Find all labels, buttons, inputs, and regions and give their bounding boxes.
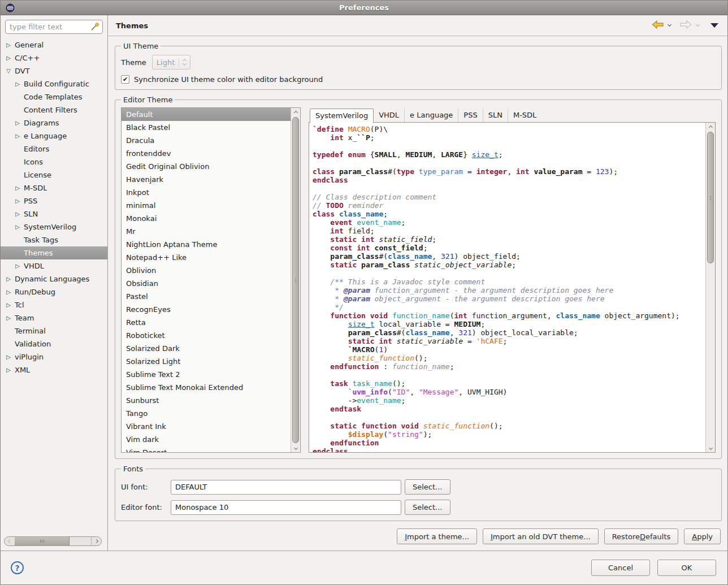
theme-item-sublime-text-2[interactable]: Sublime Text 2 [122, 368, 291, 381]
scroll-right-icon[interactable] [91, 537, 101, 545]
sidebar-item-editors[interactable]: Editors [1, 142, 107, 155]
filter-input[interactable] [5, 20, 103, 34]
expander-collapsed-icon[interactable]: ▷ [13, 198, 22, 204]
sidebar-item-sln[interactable]: ▷SLN [1, 207, 107, 220]
tree-hscroll-track[interactable] [15, 537, 91, 545]
theme-item-pastel[interactable]: Pastel [122, 290, 291, 303]
tab-e-language[interactable]: e Language [405, 109, 458, 122]
sidebar-item-build-configuratic[interactable]: ▷Build Configuratic [1, 77, 107, 90]
theme-item-nightlion-aptana-theme[interactable]: NightLion Aptana Theme [122, 238, 291, 251]
apply-button[interactable]: Apply [684, 528, 721, 544]
scroll-up-icon[interactable] [291, 108, 300, 117]
sidebar-item-diagrams[interactable]: ▷Diagrams [1, 116, 107, 129]
scroll-down-icon[interactable] [706, 443, 715, 452]
expander-collapsed-icon[interactable]: ▷ [4, 315, 13, 321]
ui-theme-select[interactable]: Light [152, 55, 190, 70]
theme-item-oblivion[interactable]: Oblivion [122, 264, 291, 277]
tree-hscroll-thumb[interactable] [15, 537, 70, 545]
sidebar-item-viplugin[interactable]: ▷viPlugin [1, 350, 107, 363]
cancel-button[interactable]: Cancel [591, 560, 650, 576]
code-preview-scrollbar[interactable] [705, 123, 715, 452]
sidebar-item-dynamic-languages[interactable]: ▷Dynamic Languages [1, 272, 107, 285]
sidebar-item-code-templates[interactable]: Code Templates [1, 90, 107, 103]
editor-font-field[interactable] [171, 500, 401, 515]
import-theme-button[interactable]: Import a theme... [397, 528, 477, 544]
ok-button[interactable]: OK [657, 560, 716, 576]
theme-item-black-pastel[interactable]: Black Pastel [122, 121, 291, 134]
expander-collapsed-icon[interactable]: ▷ [13, 224, 22, 230]
code-scroll-thumb[interactable] [707, 132, 714, 263]
theme-item-minimal[interactable]: minimal [122, 199, 291, 212]
expander-expanded-icon[interactable]: ▽ [4, 68, 13, 74]
sidebar-item-license[interactable]: License [1, 168, 107, 181]
theme-item-havenjark[interactable]: Havenjark [122, 173, 291, 186]
theme-list-scrollbar[interactable] [291, 108, 300, 452]
sidebar-item-tcl[interactable]: ▷Tcl [1, 298, 107, 311]
theme-item-inkpot[interactable]: Inkpot [122, 186, 291, 199]
tab-m-sdl[interactable]: M-SDL [508, 109, 541, 122]
sidebar-item-run-debug[interactable]: ▷Run/Debug [1, 285, 107, 298]
tab-vhdl[interactable]: VHDL [374, 109, 405, 122]
theme-item-frontenddev[interactable]: frontenddev [122, 147, 291, 160]
theme-item-notepad-like[interactable]: Notepad++ Like [122, 251, 291, 264]
scroll-down-icon[interactable] [291, 443, 300, 452]
tab-pss[interactable]: PSS [458, 109, 483, 122]
back-arrow-icon[interactable] [652, 20, 664, 31]
tab-sln[interactable]: SLN [483, 109, 508, 122]
expander-collapsed-icon[interactable]: ▷ [13, 185, 22, 191]
ui-font-select-button[interactable]: Select... [405, 479, 450, 495]
expander-collapsed-icon[interactable]: ▷ [4, 354, 13, 360]
sidebar-item-task-tags[interactable]: Task Tags [1, 233, 107, 246]
sidebar-item-vhdl[interactable]: ▷VHDL [1, 259, 107, 272]
expander-collapsed-icon[interactable]: ▷ [4, 42, 13, 48]
theme-item-vim-dark[interactable]: Vim dark [122, 433, 291, 446]
view-menu-triangle-icon[interactable] [710, 23, 718, 28]
restore-defaults-button[interactable]: Restore Defaults [604, 528, 679, 544]
expander-collapsed-icon[interactable]: ▷ [13, 133, 22, 139]
theme-item-tango[interactable]: Tango [122, 407, 291, 420]
sidebar-item-team[interactable]: ▷Team [1, 311, 107, 324]
sidebar-item-m-sdl[interactable]: ▷M-SDL [1, 181, 107, 194]
theme-item-sunburst[interactable]: Sunburst [122, 394, 291, 407]
sidebar-item-e-language[interactable]: ▷e Language [1, 129, 107, 142]
expander-collapsed-icon[interactable]: ▷ [4, 367, 13, 373]
sidebar-item-pss[interactable]: ▷PSS [1, 194, 107, 207]
sidebar-item-systemverilog[interactable]: ▷SystemVerilog [1, 220, 107, 233]
theme-item-retta[interactable]: Retta [122, 316, 291, 329]
expander-collapsed-icon[interactable]: ▷ [13, 263, 22, 269]
theme-item-mr[interactable]: Mr [122, 225, 291, 238]
expander-collapsed-icon[interactable]: ▷ [4, 55, 13, 61]
theme-item-gedit-original-oblivion[interactable]: Gedit Original Oblivion [122, 160, 291, 173]
sidebar-item-validation[interactable]: Validation [1, 337, 107, 350]
help-question-icon[interactable]: ? [11, 561, 24, 574]
expander-collapsed-icon[interactable]: ▷ [4, 289, 13, 295]
sidebar-item-general[interactable]: ▷General [1, 38, 107, 51]
tab-systemverilog[interactable]: SystemVerilog [310, 109, 374, 123]
theme-item-vim-desert[interactable]: Vim Desert [122, 446, 291, 453]
theme-item-dracula[interactable]: Dracula [122, 134, 291, 147]
expander-collapsed-icon[interactable]: ▷ [4, 276, 13, 282]
expander-collapsed-icon[interactable]: ▷ [13, 81, 22, 87]
sidebar-item-themes[interactable]: Themes [1, 246, 107, 259]
theme-item-default[interactable]: Default [122, 108, 291, 121]
sidebar-item-dvt[interactable]: ▽DVT [1, 64, 107, 77]
back-history-chevron-icon[interactable] [668, 23, 671, 27]
import-old-dvt-theme-button[interactable]: Import an old DVT theme... [483, 528, 599, 544]
broom-clear-filter-icon[interactable] [90, 22, 99, 33]
tree-horizontal-scrollbar[interactable] [4, 536, 102, 546]
forward-history-chevron-icon[interactable] [696, 23, 700, 27]
sidebar-item-xml[interactable]: ▷XML [1, 363, 107, 376]
sidebar-item-c-c[interactable]: ▷C/C++ [1, 51, 107, 64]
theme-item-obsidian[interactable]: Obsidian [122, 277, 291, 290]
scroll-left-icon[interactable] [5, 537, 15, 545]
expander-collapsed-icon[interactable]: ▷ [13, 211, 22, 217]
theme-item-recogneyes[interactable]: RecognEyes [122, 303, 291, 316]
sync-checkbox[interactable]: ✔ [121, 75, 129, 84]
theme-item-sublime-text-monokai-extended[interactable]: Sublime Text Monokai Extended [122, 381, 291, 394]
theme-item-roboticket[interactable]: Roboticket [122, 329, 291, 342]
sidebar-item-terminal[interactable]: Terminal [1, 324, 107, 337]
editor-font-select-button[interactable]: Select... [405, 500, 450, 515]
theme-item-monokai[interactable]: Monokai [122, 212, 291, 225]
expander-collapsed-icon[interactable]: ▷ [13, 120, 22, 126]
theme-item-solarized-dark[interactable]: Solarized Dark [122, 342, 291, 355]
